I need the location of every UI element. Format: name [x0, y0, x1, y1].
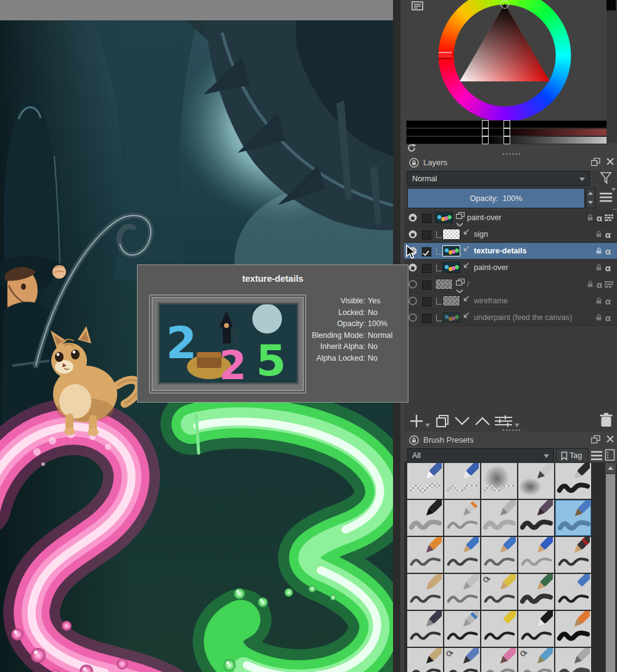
brush-preset-cell[interactable] — [407, 537, 443, 573]
duplicate-layer-button[interactable] — [435, 414, 450, 431]
brush-preset-cell[interactable] — [518, 463, 554, 499]
brush-preset-cell[interactable]: ⟳ — [444, 648, 480, 672]
panel-scrollbar-track[interactable] — [607, 0, 617, 143]
display-mode-icon[interactable] — [605, 449, 615, 464]
alpha-lock-icon[interactable]: α — [597, 213, 602, 223]
layer-checkbox[interactable] — [422, 231, 431, 240]
opacity-spin-up[interactable] — [586, 189, 595, 198]
layer-checkbox[interactable] — [422, 214, 431, 223]
brush-preset-cell[interactable] — [407, 463, 443, 499]
docker-lock-icon[interactable] — [409, 435, 419, 448]
brush-preset-cell[interactable] — [407, 500, 443, 536]
brush-preset-cell[interactable] — [444, 574, 480, 610]
layer-name[interactable]: underpaint (feed the canvas) — [474, 313, 572, 322]
layer-checkbox[interactable] — [422, 264, 431, 273]
layer-name[interactable]: wireframe — [474, 297, 508, 305]
move-layer-down-button[interactable] — [454, 416, 470, 428]
brush-preset-cell[interactable] — [444, 463, 480, 499]
close-docker-icon[interactable] — [606, 435, 615, 446]
layer-lock-icon[interactable] — [595, 263, 603, 274]
layer-visibility-icon[interactable] — [408, 279, 418, 289]
layer-lock-icon[interactable] — [595, 296, 603, 307]
brush-preset-cell[interactable] — [518, 537, 554, 573]
layer-row[interactable]: signα — [404, 226, 617, 243]
layer-lock-icon[interactable] — [586, 213, 594, 224]
brush-preset-cell[interactable] — [407, 648, 443, 672]
brush-grid-scrollbar[interactable] — [605, 463, 616, 672]
layer-row[interactable]: paint-overα — [404, 210, 617, 226]
layer-thumbnail[interactable] — [442, 245, 460, 256]
brush-preset-cell[interactable] — [555, 574, 591, 610]
opacity-spin-down[interactable] — [586, 198, 595, 207]
brush-preset-cell[interactable]: ⟳ — [481, 574, 517, 610]
hue-ring-marker[interactable] — [439, 52, 452, 59]
layer-visibility-icon[interactable] — [408, 229, 418, 239]
blend-mode-dropdown[interactable]: Normal — [407, 171, 590, 186]
brush-preset-cell[interactable] — [444, 611, 480, 647]
layer-checkbox[interactable] — [422, 281, 431, 290]
layer-row[interactable]: texture-detailsα — [404, 243, 617, 260]
brush-preset-cell[interactable] — [481, 648, 517, 672]
scroll-up-button[interactable] — [605, 463, 616, 473]
float-docker-icon[interactable] — [591, 158, 600, 169]
opacity-slider[interactable]: Opacity: 100% — [407, 188, 585, 208]
layer-lock-icon[interactable] — [595, 229, 603, 240]
layer-name[interactable]: paint-over — [467, 213, 502, 222]
layer-thumbnail[interactable] — [442, 295, 460, 306]
layer-lock-icon[interactable] — [595, 246, 603, 257]
layer-visibility-icon[interactable] — [408, 213, 418, 223]
alpha-lock-icon[interactable]: α — [605, 297, 611, 306]
selector-settings-icon[interactable] — [412, 1, 423, 13]
alpha-lock-icon[interactable]: α — [605, 313, 611, 323]
sv-triangle[interactable] — [453, 0, 556, 86]
layer-visibility-icon[interactable] — [408, 313, 418, 322]
alpha-lock-icon[interactable]: α — [597, 280, 602, 290]
float-docker-icon[interactable] — [591, 435, 600, 446]
add-layer-button[interactable] — [409, 414, 424, 431]
layer-checkbox[interactable] — [422, 297, 431, 306]
brush-preset-cell[interactable] — [555, 537, 591, 573]
presets-menu-icon[interactable] — [590, 450, 603, 464]
layer-stripes-icon[interactable] — [605, 213, 613, 224]
brush-preset-cell[interactable] — [555, 611, 591, 647]
layer-thumbnail[interactable] — [442, 312, 460, 323]
docker-lock-icon[interactable] — [409, 158, 419, 170]
layer-checkbox[interactable] — [422, 247, 431, 256]
layer-row[interactable]: wireframeα — [404, 293, 617, 309]
brush-preset-cell[interactable] — [481, 537, 517, 573]
color-slider-2[interactable] — [406, 128, 607, 136]
layer-options-menu-icon[interactable] — [599, 191, 613, 206]
brush-preset-cell-selected[interactable] — [555, 500, 591, 536]
brush-preset-cell[interactable] — [555, 648, 591, 672]
layer-row[interactable]: underpaint (feed the canvas)α — [404, 309, 617, 326]
reload-icon[interactable] — [407, 143, 416, 155]
brush-preset-cell[interactable] — [481, 611, 517, 647]
layer-thumbnail[interactable] — [435, 279, 453, 290]
scrollbar-thumb[interactable] — [606, 474, 615, 672]
layer-name[interactable]: texture-details — [474, 247, 526, 255]
color-slider-3[interactable] — [406, 136, 607, 144]
brush-preset-cell[interactable]: ⟳ — [518, 648, 554, 672]
layer-name[interactable]: / — [467, 280, 469, 289]
brush-preset-cell[interactable] — [407, 574, 443, 610]
close-docker-icon[interactable] — [606, 157, 615, 168]
layer-checkbox[interactable] — [422, 314, 431, 323]
move-layer-up-button[interactable] — [474, 416, 491, 428]
layer-visibility-icon[interactable] — [408, 296, 418, 306]
layer-lock-icon[interactable] — [586, 279, 594, 290]
delete-layer-button[interactable] — [600, 412, 613, 430]
brush-preset-cell[interactable] — [518, 500, 554, 536]
layer-stripes-icon[interactable] — [605, 279, 613, 290]
layer-row[interactable]: paint-overα — [404, 260, 617, 276]
docker-resize-handle[interactable]: •••••• — [494, 428, 531, 432]
layer-thumbnail[interactable] — [442, 262, 460, 273]
layer-name[interactable]: sign — [474, 230, 488, 239]
layer-row[interactable]: /α — [404, 276, 617, 293]
alpha-lock-icon[interactable]: α — [605, 247, 611, 256]
brush-preset-cell[interactable] — [444, 537, 480, 573]
preset-filter-dropdown[interactable]: All — [407, 448, 554, 463]
brush-preset-cell[interactable] — [518, 574, 554, 610]
color-slider-1[interactable] — [406, 120, 607, 128]
brush-preset-cell[interactable] — [481, 500, 517, 536]
brush-preset-cell[interactable] — [407, 611, 443, 647]
